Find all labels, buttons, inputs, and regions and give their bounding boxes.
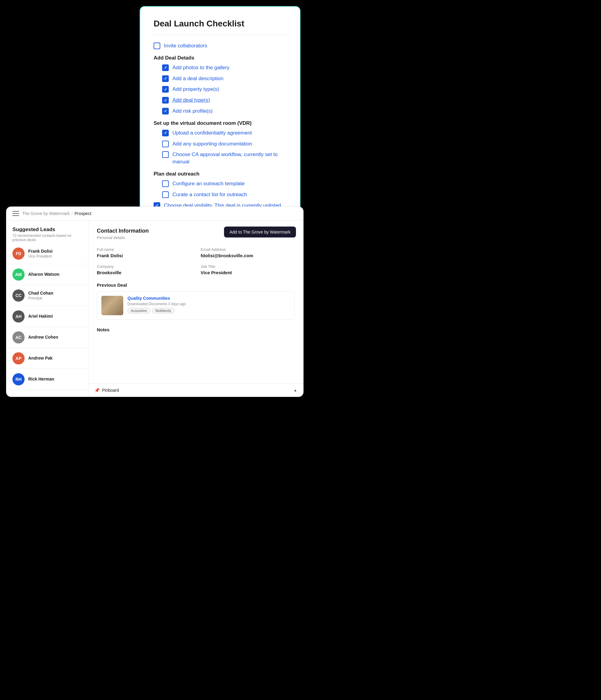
checkbox-add-docs[interactable] bbox=[162, 141, 169, 147]
section-label-add-deal-details: Add Deal Details bbox=[154, 55, 287, 61]
avatar-frank-dolisi: FD bbox=[12, 248, 25, 260]
previous-deal-label: Previous Deal bbox=[97, 282, 295, 288]
checkbox-add-photos[interactable] bbox=[162, 65, 169, 71]
checklist-title: Deal Launch Checklist bbox=[154, 19, 287, 35]
lead-name-andrew-pak: Andrew Pak bbox=[28, 356, 82, 360]
job-title-value: Vice President bbox=[201, 270, 295, 275]
contact-info-grid: Full name Frank Dolisi Email Address fdo… bbox=[97, 247, 295, 275]
lead-item-andrew-cohen[interactable]: AC Andrew Cohen bbox=[6, 327, 88, 348]
job-title-label: Job Title bbox=[201, 264, 295, 269]
deal-tags: Acquisition Multifamily bbox=[128, 308, 290, 314]
lead-item-andrew-pak[interactable]: AP Andrew Pak bbox=[6, 348, 88, 369]
company-value: Brooksville bbox=[97, 270, 191, 275]
lead-info-andrew-pak: Andrew Pak bbox=[28, 356, 82, 361]
checklist-item-text-add-risk-profile: Add risk profile(s) bbox=[173, 107, 212, 115]
avatar-rick-herman: RH bbox=[12, 373, 25, 385]
chevron-up-icon: ▲ bbox=[293, 388, 297, 392]
hamburger-icon[interactable] bbox=[12, 211, 19, 216]
lead-item-ariel-hakimi[interactable]: AH Ariel Hakimi bbox=[6, 306, 88, 327]
checklist-item-text-add-docs: Add any supporting documentation bbox=[173, 140, 252, 148]
checkbox-add-risk-profile[interactable] bbox=[162, 108, 169, 115]
checklist-item-add-photos[interactable]: Add photos to the gallery bbox=[154, 64, 287, 71]
lead-name-ariel-hakimi: Ariel Hakimi bbox=[28, 314, 82, 319]
sidebar-heading-title: Suggested Leads bbox=[12, 227, 82, 233]
breadcrumb-current: Prospect bbox=[75, 211, 92, 216]
checklist-item-text-choose-ca-workflow: Choose CA approval workflow, currently s… bbox=[173, 151, 287, 166]
avatar-ariel-hakimi: AH bbox=[12, 310, 25, 323]
deal-card[interactable]: Quality Communities Downloaded Documents… bbox=[97, 291, 295, 320]
checkbox-add-property-type[interactable] bbox=[162, 86, 169, 93]
deal-name[interactable]: Quality Communities bbox=[128, 296, 290, 301]
breadcrumb-separator: / bbox=[72, 211, 73, 216]
lead-item-chad-cohan[interactable]: CC Chad Cohan Principal bbox=[6, 285, 88, 306]
lead-name-rick-herman: Rick Herman bbox=[28, 377, 82, 381]
checklist-item-text-add-deal-type: Add deal type(s) bbox=[173, 97, 210, 104]
lead-info-aharon-watson: Aharon Watson bbox=[28, 272, 82, 277]
checklist-item-invite-collaborators[interactable]: Invite collaborators bbox=[154, 42, 287, 50]
suggested-leads-sidebar: Suggested Leads 72 recommended contacts … bbox=[6, 221, 88, 397]
email-label: Email Address bbox=[201, 247, 295, 252]
checklist-item-text-add-property-type: Add property type(s) bbox=[173, 85, 219, 93]
job-title-field: Job Title Vice President bbox=[201, 264, 295, 275]
checkbox-upload-ca[interactable] bbox=[162, 130, 169, 136]
company-field: Company Brooksville bbox=[97, 264, 191, 275]
avatar-andrew-pak: AP bbox=[12, 352, 25, 365]
breadcrumb: The Grove by Watermark / Prospect bbox=[22, 211, 92, 216]
breadcrumb-parent[interactable]: The Grove by Watermark bbox=[22, 211, 70, 216]
checklist-item-add-docs[interactable]: Add any supporting documentation bbox=[154, 140, 287, 148]
deal-activity: Downloaded Documents 3 days ago bbox=[128, 302, 290, 306]
checkbox-curate-contact-list[interactable] bbox=[162, 191, 169, 198]
lead-info-ariel-hakimi: Ariel Hakimi bbox=[28, 314, 82, 319]
checkbox-choose-ca-workflow[interactable] bbox=[162, 151, 169, 158]
add-to-deal-button[interactable]: Add to The Grove by Watermark bbox=[224, 227, 296, 238]
checklist-card: Deal Launch Checklist Invite collaborato… bbox=[140, 6, 300, 228]
full-name-field: Full name Frank Dolisi bbox=[97, 247, 191, 258]
panel-header: The Grove by Watermark / Prospect bbox=[6, 207, 303, 221]
checklist-item-add-description[interactable]: Add a deal description bbox=[154, 75, 287, 82]
checklist-item-configure-template[interactable]: Configure an outreach template bbox=[154, 180, 287, 188]
deal-thumbnail bbox=[101, 296, 123, 315]
checklist-item-add-property-type[interactable]: Add property type(s) bbox=[154, 85, 287, 93]
checkbox-configure-template[interactable] bbox=[162, 180, 169, 187]
checkbox-invite-collaborators[interactable] bbox=[154, 43, 160, 49]
checklist-item-text-invite-collaborators: Invite collaborators bbox=[164, 42, 207, 50]
deal-info: Quality Communities Downloaded Documents… bbox=[128, 296, 290, 315]
checklist-item-add-risk-profile[interactable]: Add risk profile(s) bbox=[154, 107, 287, 115]
lead-name-chad-cohan: Chad Cohan bbox=[28, 291, 82, 296]
lead-item-aharon-watson[interactable]: AW Aharon Watson bbox=[6, 264, 88, 285]
notes-label: Notes bbox=[97, 327, 295, 332]
lead-info-andrew-cohen: Andrew Cohen bbox=[28, 335, 82, 340]
lead-info-rick-herman: Rick Herman bbox=[28, 377, 82, 382]
checklist-item-upload-ca[interactable]: Upload a confidentiality agreement bbox=[154, 129, 287, 137]
lead-item-frank-dolisi[interactable]: FD Frank Dolisi Vice President bbox=[6, 243, 88, 264]
checklist-item-text-configure-template: Configure an outreach template bbox=[173, 180, 245, 188]
checklist-item-add-deal-type[interactable]: Add deal type(s) bbox=[154, 97, 287, 104]
checkbox-add-description[interactable] bbox=[162, 75, 169, 82]
pinboard-footer[interactable]: 📌 Pinboard ▲ bbox=[88, 383, 303, 397]
checklist-item-curate-contact-list[interactable]: Curate a contact list for outreach bbox=[154, 191, 287, 198]
section-label-outreach: Plan deal outreach bbox=[154, 171, 287, 177]
lead-item-rick-herman[interactable]: RH Rick Herman bbox=[6, 369, 88, 390]
lead-name-aharon-watson: Aharon Watson bbox=[28, 272, 82, 277]
avatar-andrew-cohen: AC bbox=[12, 331, 25, 344]
checklist-item-choose-ca-workflow[interactable]: Choose CA approval workflow, currently s… bbox=[154, 151, 287, 166]
deal-tag-acquisition: Acquisition bbox=[128, 308, 150, 314]
lead-title-chad-cohan: Principal bbox=[28, 296, 82, 300]
email-value: fdolisi@brooksville.com bbox=[201, 253, 295, 258]
pinboard-footer-label: 📌 Pinboard bbox=[95, 388, 119, 393]
lead-name-frank-dolisi: Frank Dolisi bbox=[28, 249, 82, 254]
prospect-panel: The Grove by Watermark / Prospect Sugges… bbox=[6, 206, 304, 397]
company-label: Company bbox=[97, 264, 191, 269]
panel-body: Suggested Leads 72 recommended contacts … bbox=[6, 221, 303, 397]
checklist-item-text-curate-contact-list: Curate a contact list for outreach bbox=[173, 191, 247, 198]
contact-main-content: Add to The Grove by Watermark Contact In… bbox=[88, 221, 303, 397]
checkbox-add-deal-type[interactable] bbox=[162, 97, 169, 104]
email-field: Email Address fdolisi@brooksville.com bbox=[201, 247, 295, 258]
lead-name-andrew-cohen: Andrew Cohen bbox=[28, 335, 82, 340]
lead-title-frank-dolisi: Vice President bbox=[28, 254, 82, 258]
checklist-item-text-add-description: Add a deal description bbox=[173, 75, 224, 82]
full-name-label: Full name bbox=[97, 247, 191, 252]
lead-info-frank-dolisi: Frank Dolisi Vice President bbox=[28, 249, 82, 258]
section-label-vdr: Set up the virtual document room (VDR) bbox=[154, 120, 287, 126]
avatar-chad-cohan: CC bbox=[12, 290, 25, 302]
